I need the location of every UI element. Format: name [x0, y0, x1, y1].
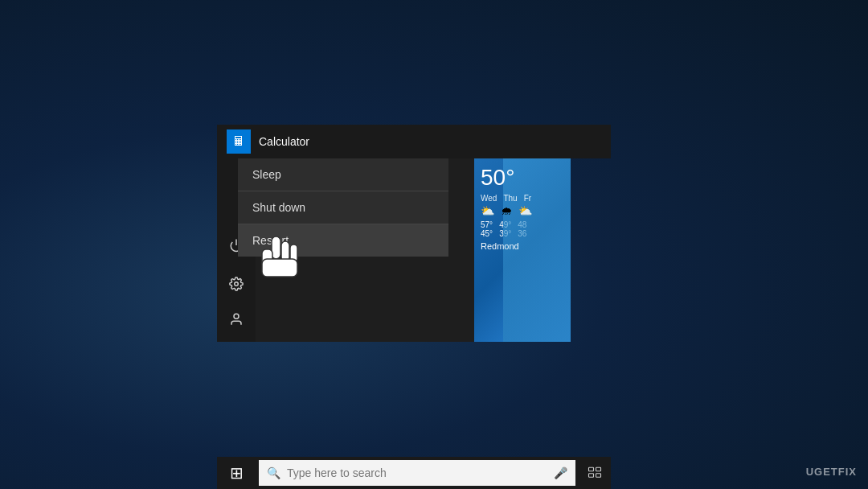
windows-logo-icon: ⊞	[230, 463, 244, 483]
power-submenu: Sleep Shut down Restart	[238, 158, 448, 257]
weather-icon-1: ⛅	[481, 204, 494, 217]
microphone-icon[interactable]: 🎤	[554, 466, 567, 479]
weather-icon-3: ⛅	[518, 204, 532, 217]
task-view-button[interactable]	[579, 457, 611, 489]
svg-rect-4	[596, 467, 601, 471]
main-content: Sleep Shut down Restart	[217, 158, 611, 342]
calculator-label: Calculator	[259, 135, 309, 148]
left-panel: Sleep Shut down Restart	[217, 158, 474, 342]
power-sleep[interactable]: Sleep	[238, 158, 448, 191]
search-icon: 🔍	[267, 466, 280, 479]
weather-content: 50° Wed Thu Fr ⛅ 🌧 ⛅ 57° 49° 48 45°	[474, 158, 571, 342]
svg-rect-6	[596, 474, 601, 478]
top-bar: 🖩 Calculator	[217, 125, 611, 158]
svg-rect-5	[589, 474, 594, 478]
search-input[interactable]	[287, 466, 547, 479]
weather-day-3: Fr	[524, 194, 531, 203]
svg-rect-3	[589, 467, 594, 471]
weather-day-2: Thu	[503, 194, 517, 203]
calculator-icon: 🖩	[227, 129, 251, 154]
watermark: UGETFIX	[806, 466, 857, 478]
weather-temperature: 50°	[481, 165, 564, 191]
power-shutdown[interactable]: Shut down	[238, 191, 448, 224]
weather-day-1: Wed	[481, 194, 497, 203]
power-restart[interactable]: Restart	[238, 224, 448, 257]
weather-days-row: Wed Thu Fr	[481, 194, 564, 203]
start-button[interactable]: ⊞	[217, 457, 256, 489]
weather-icons-row: ⛅ 🌧 ⛅	[481, 204, 564, 217]
taskbar: ⊞ 🔍 🎤	[217, 457, 611, 489]
taskbar-search-bar[interactable]: 🔍 🎤	[259, 460, 575, 486]
start-menu: 🖩 Calculator Sleep Shut down Restart	[217, 125, 611, 342]
weather-city: Redmond	[481, 241, 564, 251]
weather-icon-2: 🌧	[501, 204, 512, 217]
weather-tile: 50° Wed Thu Fr ⛅ 🌧 ⛅ 57° 49° 48 45°	[474, 158, 571, 342]
